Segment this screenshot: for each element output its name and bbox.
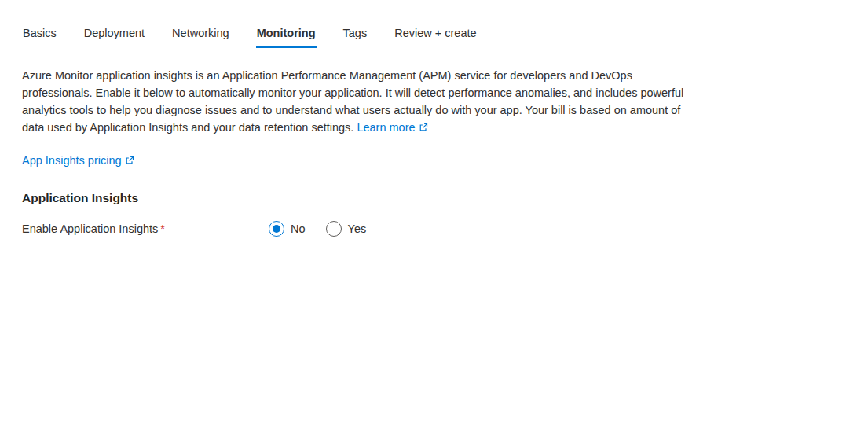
pricing-row: App Insights pricing — [22, 154, 846, 167]
radio-yes-circle[interactable] — [326, 221, 342, 237]
learn-more-link[interactable]: Learn more — [357, 121, 427, 134]
external-link-icon — [125, 155, 134, 167]
tab-tags[interactable]: Tags — [342, 24, 368, 48]
radio-option-no[interactable]: No — [269, 221, 306, 237]
tab-monitoring[interactable]: Monitoring — [256, 24, 317, 48]
radio-option-yes[interactable]: Yes — [326, 221, 367, 237]
wizard-tabbar: Basics Deployment Networking Monitoring … — [22, 24, 846, 48]
monitoring-description: Azure Monitor application insights is an… — [22, 67, 698, 137]
field-label: Enable Application Insights* — [22, 223, 269, 235]
tab-basics[interactable]: Basics — [22, 24, 57, 48]
required-asterisk: * — [160, 223, 165, 235]
enable-application-insights-field: Enable Application Insights* No Yes — [22, 221, 846, 237]
radio-no-circle[interactable] — [269, 221, 284, 237]
radio-no-label: No — [291, 223, 306, 235]
tab-review-create[interactable]: Review + create — [394, 24, 477, 48]
section-title-application-insights: Application Insights — [22, 191, 846, 205]
enable-app-insights-radio-group: No Yes — [269, 221, 366, 237]
radio-yes-label: Yes — [348, 223, 367, 235]
app-insights-pricing-link[interactable]: App Insights pricing — [22, 154, 134, 167]
description-text: Azure Monitor application insights is an… — [22, 69, 683, 134]
external-link-icon — [419, 120, 428, 137]
tab-networking[interactable]: Networking — [171, 24, 230, 48]
tab-deployment[interactable]: Deployment — [83, 24, 145, 48]
monitoring-tab-page: Basics Deployment Networking Monitoring … — [0, 0, 868, 237]
